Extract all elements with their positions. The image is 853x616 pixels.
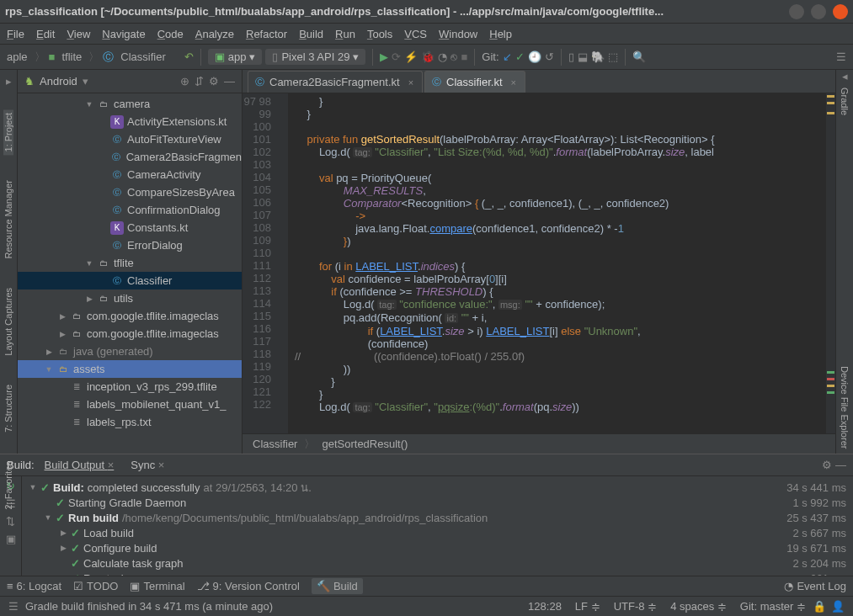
breadcrumb-pkg2[interactable]: tflite [58,50,85,63]
status-filter-icon[interactable]: ☰ [8,600,19,613]
breadcrumb-class[interactable]: Classifier [117,50,168,63]
apply-changes-icon[interactable]: ⟳ [392,50,401,63]
module-selector[interactable]: ▣app ▾ [208,49,263,65]
sync-icon[interactable]: 🐘 [591,50,605,63]
build-row[interactable]: ▶✓Configure build19 s 671 ms [29,540,846,555]
status-line-sep[interactable]: LF ≑ [568,600,607,613]
editor-tab[interactable]: ⒸClassifier.kt× [424,71,525,93]
rail-expand-icon[interactable]: ◂ [842,70,848,82]
rail-resource-manager[interactable]: Resource Manager [3,177,13,263]
tree-item[interactable]: ⒸClassifier [18,272,242,289]
tree-item[interactable]: ▶🗀utils [18,289,242,307]
bottom-event-log[interactable]: ◔ Event Log [784,580,846,592]
menu-build[interactable]: Build [299,28,323,40]
tree-item[interactable]: ≣labels_mobilenet_quant_v1_ [18,396,242,413]
window-close[interactable] [833,4,848,19]
tree-item[interactable]: ⒸCamera2BasicFragmen [18,148,242,166]
menu-file[interactable]: File [7,28,24,40]
back-icon[interactable]: ↶ [184,50,194,63]
sdk-icon[interactable]: ⬓ [578,50,588,63]
menu-vcs[interactable]: VCS [404,28,427,40]
tree-item[interactable]: ⒸCameraActivity [18,166,242,183]
tree-item[interactable]: ▼🗀camera [18,95,242,113]
rail-structure[interactable]: 7: Structure [3,381,13,436]
build-tab-output[interactable]: Build Output × [38,456,121,474]
tree-item[interactable]: ▼🗀tflite [18,254,242,272]
build-row[interactable]: ▶✓Load build2 s 667 ms [29,525,846,540]
expand-icon[interactable]: ▣ [6,533,16,545]
tree-item[interactable]: KActivityExtensions.kt [18,113,242,130]
status-caret-pos[interactable]: 128:28 [521,600,568,613]
apply-code-icon[interactable]: ⚡ [404,50,418,63]
rail-device-file-explorer[interactable]: Device File Explorer [840,361,850,454]
rail-favorites[interactable]: 2: Favorites [3,458,13,512]
tree-item[interactable]: ⒸConfirmationDialog [18,201,242,219]
rail-project[interactable]: 1: Project [3,109,13,155]
status-indent[interactable]: 4 spaces ≑ [664,600,733,613]
build-hide-icon[interactable]: — [835,459,846,471]
profile-icon[interactable]: ◔ [438,50,447,63]
window-maximize[interactable] [811,4,826,19]
collapse-all-icon[interactable]: ⇵ [195,75,204,88]
attach-icon[interactable]: ⎋ [450,50,457,63]
menu-refactor[interactable]: Refactor [246,28,287,40]
lock-icon[interactable]: 🔒 [813,600,826,613]
tree-item[interactable]: KConstants.kt [18,219,242,236]
close-icon[interactable]: × [511,77,516,88]
trash-icon[interactable]: 👤 [831,600,845,613]
build-gear-icon[interactable]: ⚙ [822,459,832,471]
bottom-logcat[interactable]: ≡ 6: Logcat [7,580,61,592]
build-row[interactable]: ▼✓Build: completed successfully at 29/1/… [29,480,846,495]
search-icon[interactable]: 🔍 [632,50,646,63]
build-tab-sync[interactable]: Sync × [124,456,171,474]
rail-gradle[interactable]: Gradle [840,82,850,120]
window-minimize[interactable] [789,4,804,19]
bottom-build[interactable]: 🔨 Build [312,578,363,594]
device-selector[interactable]: ▯Pixel 3 API 29 ▾ [265,49,365,65]
tree-item[interactable]: ▶🗀com.google.tflite.imageclas [18,325,242,343]
build-row[interactable]: ▶✓Run tasks661 ms [29,571,846,576]
menu-tools[interactable]: Tools [367,28,392,40]
tree-item[interactable]: ▶🗀java (generated) [18,343,242,360]
toolbar-settings-icon[interactable]: ☰ [836,50,850,63]
vcs-history-icon[interactable]: 🕘 [528,50,541,63]
vcs-commit-icon[interactable]: ✓ [515,50,525,63]
build-row[interactable]: ✓Starting Gradle Daemon1 s 992 ms [29,495,846,510]
tree-item[interactable]: ▼🗀assets [18,360,242,378]
tree-item[interactable]: ≣inception_v3_rps_299.tflite [18,378,242,396]
editor-tab[interactable]: ⒸCamera2BasicFragment.kt× [248,71,423,93]
close-icon[interactable]: × [408,77,413,88]
menu-view[interactable]: View [67,28,90,40]
menu-run[interactable]: Run [335,28,355,40]
rail-layout-captures[interactable]: Layout Captures [3,284,13,359]
debug-icon[interactable]: 🐞 [421,50,434,63]
vcs-update-icon[interactable]: ↙ [503,50,512,63]
bottom-version-control[interactable]: ⎇ 9: Version Control [197,580,300,592]
locate-icon[interactable]: ⊕ [180,75,189,88]
stop-icon[interactable]: ■ [461,50,467,63]
menu-analyze[interactable]: Analyze [195,28,234,40]
tree-item[interactable]: ⒸErrorDialog [18,236,242,254]
structure-icon[interactable]: ⬚ [608,50,618,63]
tree-item[interactable]: ⒸCompareSizesByArea [18,183,242,201]
breadcrumb-pkg[interactable]: aple [3,50,31,63]
menu-edit[interactable]: Edit [36,28,55,40]
tree-item[interactable]: ≣labels_rps.txt [18,413,242,431]
bottom-terminal[interactable]: ▣ Terminal [130,580,184,592]
toggle-icon[interactable]: ⇅ [6,515,15,528]
avd-icon[interactable]: ▯ [568,50,574,63]
hide-icon[interactable]: — [224,75,235,88]
project-view-selector[interactable]: Android [40,75,77,88]
menu-code[interactable]: Code [157,28,184,40]
build-row[interactable]: ▼✓Run build /home/keng/Documents/public_… [29,510,846,525]
menu-navigate[interactable]: Navigate [102,28,145,40]
tree-item[interactable]: ⒸAutoFitTextureView [18,130,242,148]
rail-collapse-icon[interactable]: ▸ [6,75,12,88]
status-encoding[interactable]: UTF-8 ≑ [607,600,664,613]
status-git-branch[interactable]: Git: master ≑ [733,600,813,613]
build-row[interactable]: ✓Calculate task graph2 s 204 ms [29,555,846,571]
editor-breadcrumb-class[interactable]: Classifier [253,438,297,450]
vcs-revert-icon[interactable]: ↺ [545,50,554,63]
menu-window[interactable]: Window [439,28,477,40]
bottom-todo[interactable]: ☑ TODO [73,580,118,592]
